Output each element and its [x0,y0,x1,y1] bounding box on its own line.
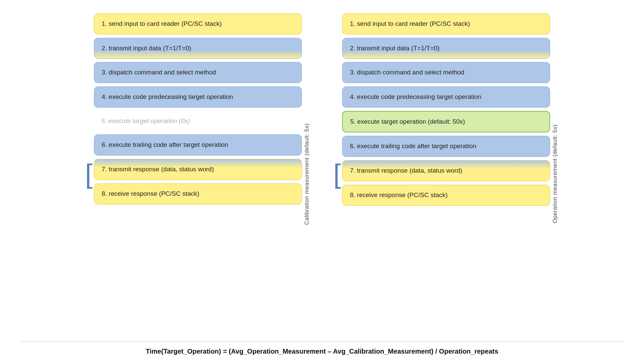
left-label-wrapper: Calibration measurement (default: 5x) [302,10,312,338]
diagram-container: [ 1. send input to card reader (PC/SC st… [20,10,624,338]
left-steps-column: 1. send input to card reader (PC/SC stac… [94,10,302,338]
right-steps-column: 1. send input to card reader (PC/SC stac… [342,10,550,338]
right-column-wrapper: [ 1. send input to card reader (PC/SC st… [332,10,560,338]
right-step-3: 3. dispatch command and select method [342,62,550,83]
left-step-7: 7. transmit response (data, status word) [94,159,302,180]
right-label-wrapper: Operation measurement (default: 5x) [550,10,560,338]
right-step-2: 2. transmit input data (T=1/T=0) [342,38,550,59]
left-step-5: 5. execute target operation (0x) [94,111,302,131]
left-step-4: 4. execute code predeceasing target oper… [94,86,302,108]
right-step-5: 5. execute target operation (default: 50… [342,111,550,133]
right-step-4: 4. execute code predeceasing target oper… [342,86,550,108]
left-step-6: 6. execute trailing code after target op… [94,134,302,156]
right-column-label: Operation measurement (default: 5x) [552,124,558,223]
left-column-wrapper: [ 1. send input to card reader (PC/SC st… [84,10,312,338]
right-step-6: 6. execute trailing code after target op… [342,136,550,157]
left-bracket-open: [ [84,10,94,338]
left-step-2: 2. transmit input data (T=1/T=0) [94,38,302,59]
right-step-8: 8. receive response (PC/SC stack) [342,185,550,206]
left-step-3: 3. dispatch command and select method [94,62,302,83]
right-step-1: 1. send input to card reader (PC/SC stac… [342,13,550,35]
formula-bar: Time(Target_Operation) = (Avg_Operation_… [20,341,624,355]
left-step-8: 8. receive response (PC/SC stack) [94,183,302,204]
left-step-1: 1. send input to card reader (PC/SC stac… [94,13,302,35]
left-column-label: Calibration measurement (default: 5x) [304,123,310,225]
right-step-7: 7. transmit response (data, status word) [342,160,550,181]
right-bracket-open: [ [332,10,342,338]
